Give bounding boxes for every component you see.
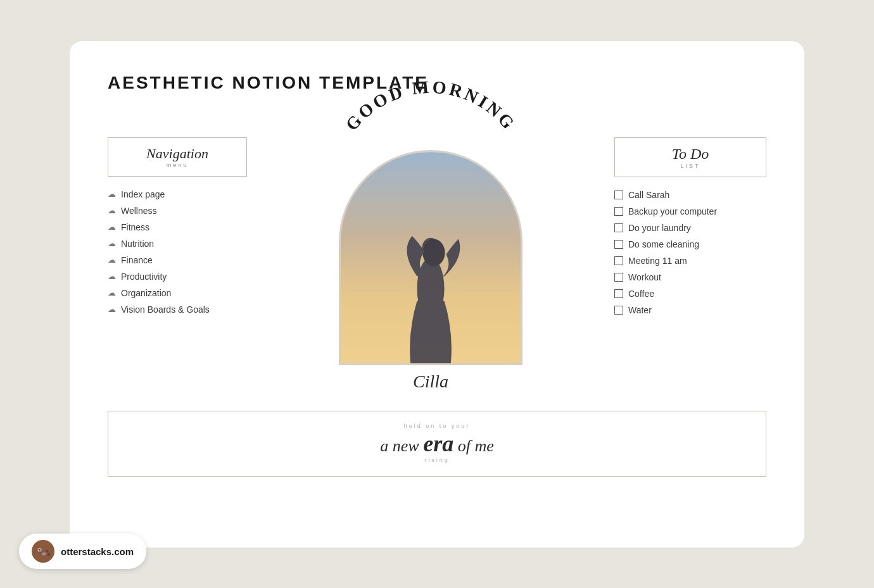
nav-item-organization[interactable]: ☁ Organization bbox=[108, 288, 247, 298]
otterstacks-badge[interactable]: 🦦 otterstacks.com bbox=[19, 534, 146, 569]
todo-header: To Do LIST bbox=[614, 137, 766, 177]
todo-panel: To Do LIST Call Sarah Backup your comput… bbox=[614, 137, 766, 315]
hero-center: GOOD MORNING bbox=[260, 118, 602, 392]
checkbox-meeting[interactable] bbox=[614, 256, 623, 265]
bottom-text-pre: a new bbox=[380, 437, 423, 455]
nav-items-list: ☁ Index page ☁ Wellness ☁ Fitness ☁ Nutr… bbox=[108, 189, 247, 315]
hero-name: Cilla bbox=[339, 372, 522, 392]
cloud-icon: ☁ bbox=[108, 189, 116, 199]
nav-header: Navigation menu bbox=[108, 137, 247, 177]
todo-header-sub: LIST bbox=[628, 163, 753, 169]
todo-label-cleaning: Do some cleaning bbox=[628, 239, 699, 249]
checkbox-backup[interactable] bbox=[614, 207, 623, 216]
nav-item-wellness[interactable]: ☁ Wellness bbox=[108, 206, 247, 216]
todo-label-water: Water bbox=[628, 305, 652, 315]
nav-item-label-organization: Organization bbox=[121, 288, 171, 298]
todo-item-water[interactable]: Water bbox=[614, 305, 766, 315]
todo-item-workout[interactable]: Workout bbox=[614, 272, 766, 282]
checkbox-call-sarah[interactable] bbox=[614, 191, 623, 199]
todo-label-backup: Backup your computer bbox=[628, 206, 717, 216]
nav-header-title: Navigation bbox=[121, 146, 234, 162]
cloud-icon-productivity: ☁ bbox=[108, 272, 116, 281]
checkbox-laundry[interactable] bbox=[614, 223, 623, 232]
svg-point-4 bbox=[422, 239, 445, 266]
otter-icon: 🦦 bbox=[32, 540, 54, 563]
todo-label-laundry: Do your laundry bbox=[628, 223, 691, 233]
bottom-banner-rising: rising bbox=[134, 457, 740, 463]
nav-item-nutrition[interactable]: ☁ Nutrition bbox=[108, 239, 247, 249]
bottom-banner: hold on to your a new era of me rising bbox=[108, 411, 766, 477]
cloud-icon-wellness: ☁ bbox=[108, 206, 116, 215]
todo-label-call-sarah: Call Sarah bbox=[628, 190, 669, 200]
nav-item-label-fitness: Fitness bbox=[121, 222, 149, 232]
nav-item-index[interactable]: ☁ Index page bbox=[108, 189, 247, 199]
cloud-icon-finance: ☁ bbox=[108, 255, 116, 265]
todo-header-title: To Do bbox=[628, 146, 753, 163]
nav-item-vision-boards[interactable]: ☁ Vision Boards & Goals bbox=[108, 304, 247, 315]
content-area: Navigation menu ☁ Index page ☁ Wellness … bbox=[108, 118, 766, 392]
nav-item-label-index: Index page bbox=[121, 189, 165, 199]
nav-item-fitness[interactable]: ☁ Fitness bbox=[108, 222, 247, 232]
todo-item-laundry[interactable]: Do your laundry bbox=[614, 223, 766, 233]
navigation-panel: Navigation menu ☁ Index page ☁ Wellness … bbox=[108, 137, 247, 315]
todo-item-coffee[interactable]: Coffee bbox=[614, 289, 766, 299]
checkbox-cleaning[interactable] bbox=[614, 240, 623, 249]
cloud-icon-vision: ☁ bbox=[108, 304, 116, 314]
bottom-banner-hold: hold on to your bbox=[134, 423, 740, 429]
main-card: AESTHETIC NOTION TEMPLATE Navigation men… bbox=[70, 41, 804, 547]
bottom-text-post: of me bbox=[453, 437, 494, 455]
todo-item-cleaning[interactable]: Do some cleaning bbox=[614, 239, 766, 249]
bottom-text-era: era bbox=[423, 431, 453, 456]
cloud-icon-fitness: ☁ bbox=[108, 222, 116, 232]
todo-item-call-sarah[interactable]: Call Sarah bbox=[614, 190, 766, 200]
nav-item-finance[interactable]: ☁ Finance bbox=[108, 255, 247, 265]
svg-text:GOOD MORNING: GOOD MORNING bbox=[341, 80, 519, 134]
checkbox-water[interactable] bbox=[614, 306, 623, 315]
checkbox-workout[interactable] bbox=[614, 273, 623, 282]
cloud-icon-nutrition: ☁ bbox=[108, 239, 116, 248]
todo-item-meeting[interactable]: Meeting 11 am bbox=[614, 256, 766, 266]
nav-item-label-vision: Vision Boards & Goals bbox=[121, 304, 210, 315]
bottom-banner-text: a new era of me bbox=[134, 430, 740, 457]
checkbox-coffee[interactable] bbox=[614, 289, 623, 298]
cloud-icon-organization: ☁ bbox=[108, 288, 116, 297]
arc-text-svg: GOOD MORNING bbox=[317, 80, 545, 207]
todo-items-list: Call Sarah Backup your computer Do your … bbox=[614, 190, 766, 315]
nav-item-label-wellness: Wellness bbox=[121, 206, 157, 216]
todo-label-meeting: Meeting 11 am bbox=[628, 256, 687, 266]
nav-item-label-finance: Finance bbox=[121, 255, 153, 265]
otterstacks-label: otterstacks.com bbox=[61, 546, 134, 557]
nav-item-productivity[interactable]: ☁ Productivity bbox=[108, 272, 247, 282]
todo-item-backup[interactable]: Backup your computer bbox=[614, 206, 766, 216]
todo-label-workout: Workout bbox=[628, 272, 661, 282]
nav-header-sub: menu bbox=[121, 162, 234, 168]
todo-label-coffee: Coffee bbox=[628, 289, 654, 299]
nav-item-label-productivity: Productivity bbox=[121, 272, 167, 282]
nav-item-label-nutrition: Nutrition bbox=[121, 239, 154, 249]
